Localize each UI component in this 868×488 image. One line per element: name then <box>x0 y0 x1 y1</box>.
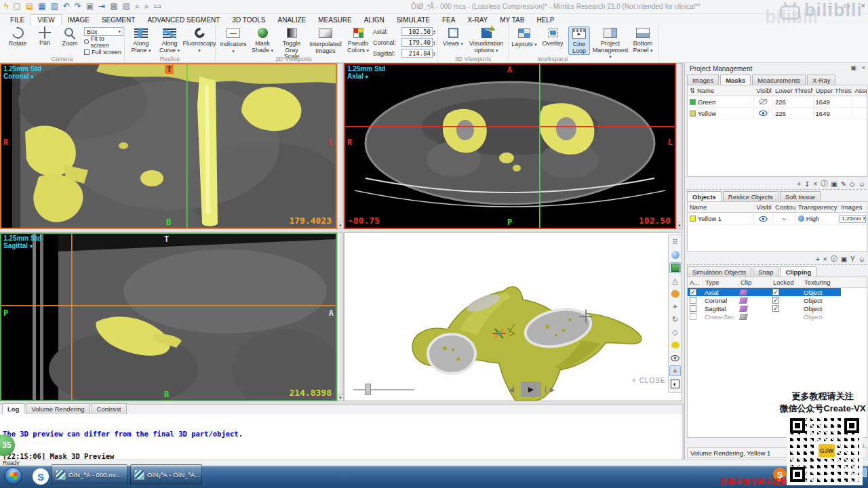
object-color-swatch[interactable] <box>690 216 696 222</box>
tab-clipping[interactable]: Clipping <box>780 266 816 277</box>
object-row-yellow1[interactable]: Yellow 1 ∼ High 1.25mm Stn <box>688 213 867 225</box>
open-project-icon[interactable]: ▤ <box>26 1 33 11</box>
copy-icon[interactable]: ▩ <box>110 1 117 11</box>
bottom-panel-button[interactable]: Bottom Panel ▾ <box>629 26 656 54</box>
transparency-cell[interactable]: High <box>795 213 839 224</box>
scroll-down-icon[interactable]: ▾ <box>677 222 682 228</box>
menu-3d-tools[interactable]: 3D TOOLS <box>226 15 271 25</box>
duplicate-icon[interactable]: ▣ <box>831 180 837 188</box>
mask-row-green[interactable]: Green 226 1649 <box>688 96 867 108</box>
axial-viewport[interactable]: 1.25mm Std Axial ▾ A R L P -80.75 102.50 <box>344 63 676 229</box>
contrast-icon[interactable]: ◐ <box>669 378 681 389</box>
mask-color-swatch[interactable] <box>690 99 696 105</box>
menu-segment[interactable]: SEGMENT <box>96 15 141 25</box>
info-icon[interactable]: ⓘ <box>821 179 827 188</box>
visibility-eye-icon[interactable] <box>753 213 772 224</box>
export-icon[interactable]: ↧ <box>804 180 810 188</box>
along-plane-button[interactable]: Along Plane ▾ <box>127 26 155 54</box>
menu-advanced-segment[interactable]: ADVANCED SEGMENT <box>141 15 226 25</box>
mask-shade-button[interactable]: Mask Shade ▾ <box>250 26 275 54</box>
sort-icon[interactable]: ⇅ <box>690 87 695 94</box>
taskbar-app-button-2[interactable]: ÔìÑ¡ªÂ - ÔìÑ_ªÂ... <box>130 464 202 485</box>
add-icon[interactable]: + <box>797 180 801 188</box>
fit-to-screen-button[interactable]: Fit to screen <box>84 37 123 46</box>
sagittal-viewport[interactable]: 1.25mm Std Sagittal ▾ T P A B 214.8398 <box>0 232 337 401</box>
zoom-button[interactable]: Zoom <box>58 26 81 47</box>
three-d-viewport[interactable]: ◀▏ ▶ ▏▶ × CLOSE ⠿ △ + ↻ ◇ + ◐ <box>344 232 682 401</box>
scroll-down-icon[interactable]: ▾ <box>338 394 343 401</box>
cine-play-button[interactable]: ▶ <box>521 382 541 397</box>
contour-icon[interactable]: ∼ <box>772 213 795 224</box>
clipping-row-axial[interactable]: ✓ Axial ✓ Object <box>688 288 867 296</box>
tab-simulation-objects[interactable]: Simulation Objects <box>687 266 751 277</box>
filter-icon[interactable]: Y <box>850 256 855 263</box>
visibility-eye-off-icon[interactable] <box>753 96 772 107</box>
menu-align[interactable]: ALIGN <box>358 15 391 25</box>
tab-images[interactable]: Images <box>687 75 719 85</box>
clipping-row-sagittal[interactable]: Sagittal ✓ Object <box>688 304 867 312</box>
menu-my-tab[interactable]: MY TAB <box>494 15 530 25</box>
overlay-button[interactable]: Overlay <box>540 26 566 47</box>
add-icon[interactable]: + <box>816 256 820 263</box>
pseudo-colors-button[interactable]: Pseudo Colors ▾ <box>344 26 372 54</box>
coronal-position-input[interactable]: 179.40 <box>401 38 433 47</box>
sagittal-series-dropdown[interactable]: Sagittal ▾ <box>3 242 41 250</box>
cine-previous-frame-button[interactable]: ◀▏ <box>508 385 519 394</box>
visualization-options-button[interactable]: Visualization options ▾ <box>467 26 506 54</box>
object-images-combobox[interactable]: 1.25mm Stn <box>840 215 866 223</box>
menu-fea[interactable]: FEA <box>436 15 461 25</box>
sagittal-spinner[interactable]: ▴▾ <box>433 51 435 56</box>
tab-soft-tissue[interactable]: Soft tissue <box>780 191 821 202</box>
coronal-spinner[interactable]: ▴▾ <box>433 40 435 45</box>
coronal-viewport[interactable]: 1.25mm Std Coronal ▾ T R L B 179.4023 <box>0 63 337 229</box>
new-project-icon[interactable]: ▢ <box>13 1 20 11</box>
panel-float-icon[interactable]: ▣ <box>850 64 856 71</box>
redo-icon[interactable]: ↷ <box>75 1 81 11</box>
layouts-button[interactable]: Layouts ▾ <box>511 26 537 48</box>
toolbar-grip-icon[interactable]: ⠿ <box>669 237 681 247</box>
rotate-button[interactable]: Rotate <box>4 26 31 47</box>
clipping-row-coronal[interactable]: Coronal ✓ Object <box>688 296 867 304</box>
coronal-series-dropdown[interactable]: Coronal ▾ <box>3 73 41 81</box>
mask-color-swatch[interactable] <box>690 110 696 117</box>
undo-icon[interactable]: ↶ <box>63 1 70 11</box>
axial-spinner[interactable]: ▴▾ <box>433 29 435 35</box>
menu-simulate[interactable]: SIMULATE <box>391 15 436 25</box>
locked-checkbox[interactable]: ✓ <box>772 297 779 304</box>
smooth-icon[interactable]: ☺ <box>859 256 865 263</box>
cine-next-frame-button[interactable]: ▏▶ <box>545 385 555 394</box>
save-as-icon[interactable]: ▥ <box>50 1 58 11</box>
project-management-button[interactable]: Project Management ▾ <box>593 26 628 60</box>
locked-checkbox[interactable]: ✓ <box>772 289 779 296</box>
sogou-browser-icon[interactable]: S <box>33 468 49 485</box>
sagittal-scrollbar[interactable]: ▾ <box>337 232 344 401</box>
calculate-3d-icon[interactable]: ◇ <box>850 180 855 188</box>
smooth-icon[interactable]: ☺ <box>859 180 865 188</box>
pan-3d-icon[interactable]: + <box>669 301 681 312</box>
mesh-quality-icon[interactable]: △ <box>669 275 681 286</box>
fluoroscopy-button[interactable]: Fluoroscopy ▾ <box>184 26 214 54</box>
zoom-in-icon[interactable]: ⌕ <box>135 1 140 11</box>
axial-series-dropdown[interactable]: Axial ▾ <box>347 73 385 81</box>
edit-icon[interactable]: ✎ <box>841 180 846 188</box>
visibility-eye-icon[interactable] <box>669 352 681 363</box>
views-button[interactable]: Views ▾ <box>441 26 465 47</box>
active-checkbox[interactable] <box>690 297 696 304</box>
save-icon[interactable]: ▦ <box>38 1 45 11</box>
rotate-3d-icon[interactable]: ↻ <box>669 314 681 325</box>
menu-help[interactable]: HELP <box>530 15 560 25</box>
demo-object-icon[interactable] <box>669 340 681 350</box>
tab-reslice-objects[interactable]: Reslice Objects <box>723 191 778 202</box>
menu-measure[interactable]: MEASURE <box>312 15 357 25</box>
menu-file[interactable]: FILE <box>4 15 31 25</box>
menu-view[interactable]: VIEW <box>31 14 62 25</box>
isometric-view-icon[interactable]: ◇ <box>669 327 681 338</box>
tab-snap[interactable]: Snap <box>753 266 778 277</box>
menu-image[interactable]: IMAGE <box>62 15 96 25</box>
print-icon[interactable]: ▣ <box>86 1 94 11</box>
menu-analize[interactable]: ANALIZE <box>272 15 313 25</box>
visibility-eye-icon[interactable] <box>753 108 772 119</box>
axial-scrollbar[interactable]: ▾ <box>676 63 683 229</box>
cine-speed-slider-track[interactable] <box>353 389 414 390</box>
cine-speed-slider-handle[interactable] <box>365 384 371 395</box>
